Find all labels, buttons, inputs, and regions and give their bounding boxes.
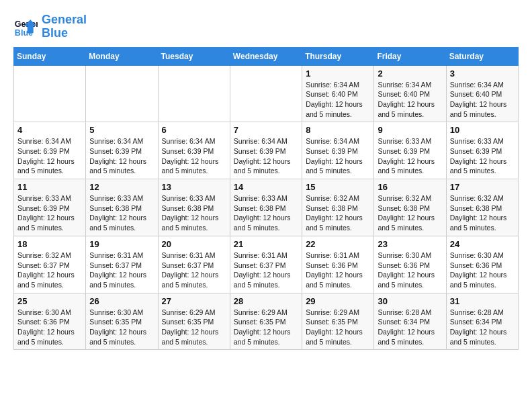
weekday-header-saturday: Saturday <box>446 47 518 65</box>
day-number: 18 <box>17 239 82 249</box>
day-detail: Sunrise: 6:32 AMSunset: 6:38 PMDaylight:… <box>378 193 442 233</box>
logo: General Blue GeneralBlue <box>13 13 87 40</box>
day-detail: Sunrise: 6:30 AMSunset: 6:36 PMDaylight:… <box>17 308 82 347</box>
calendar-cell: 27Sunrise: 6:29 AMSunset: 6:35 PMDayligh… <box>158 293 230 350</box>
day-detail: Sunrise: 6:34 AMSunset: 6:39 PMDaylight:… <box>234 136 298 176</box>
day-detail: Sunrise: 6:30 AMSunset: 6:35 PMDaylight:… <box>89 308 154 347</box>
calendar-cell: 28Sunrise: 6:29 AMSunset: 6:35 PMDayligh… <box>230 293 302 350</box>
day-detail: Sunrise: 6:29 AMSunset: 6:35 PMDaylight:… <box>234 308 298 347</box>
calendar-cell: 17Sunrise: 6:32 AMSunset: 6:38 PMDayligh… <box>446 179 518 236</box>
day-detail: Sunrise: 6:29 AMSunset: 6:35 PMDaylight:… <box>306 308 370 347</box>
day-detail: Sunrise: 6:28 AMSunset: 6:34 PMDaylight:… <box>450 308 515 347</box>
calendar-cell: 24Sunrise: 6:30 AMSunset: 6:36 PMDayligh… <box>446 236 518 293</box>
calendar-cell: 25Sunrise: 6:30 AMSunset: 6:36 PMDayligh… <box>14 293 86 350</box>
day-number: 16 <box>378 182 442 192</box>
calendar-cell <box>158 65 230 122</box>
day-number: 1 <box>306 68 370 79</box>
day-number: 10 <box>450 125 515 135</box>
day-detail: Sunrise: 6:34 AMSunset: 6:39 PMDaylight:… <box>89 136 154 176</box>
day-number: 14 <box>234 182 298 192</box>
day-number: 20 <box>162 239 226 249</box>
day-detail: Sunrise: 6:34 AMSunset: 6:39 PMDaylight:… <box>162 136 226 176</box>
calendar-cell: 13Sunrise: 6:33 AMSunset: 6:38 PMDayligh… <box>158 179 230 236</box>
day-detail: Sunrise: 6:34 AMSunset: 6:40 PMDaylight:… <box>378 80 442 120</box>
calendar-cell <box>86 65 158 122</box>
day-detail: Sunrise: 6:33 AMSunset: 6:39 PMDaylight:… <box>17 193 82 233</box>
calendar-cell: 14Sunrise: 6:33 AMSunset: 6:38 PMDayligh… <box>230 179 302 236</box>
day-detail: Sunrise: 6:29 AMSunset: 6:35 PMDaylight:… <box>162 308 226 347</box>
day-detail: Sunrise: 6:34 AMSunset: 6:39 PMDaylight:… <box>306 136 370 176</box>
day-number: 2 <box>378 68 442 79</box>
calendar-cell: 7Sunrise: 6:34 AMSunset: 6:39 PMDaylight… <box>230 122 302 179</box>
day-detail: Sunrise: 6:31 AMSunset: 6:37 PMDaylight:… <box>162 250 226 290</box>
logo-text: GeneralBlue <box>42 13 87 40</box>
calendar-cell: 10Sunrise: 6:33 AMSunset: 6:39 PMDayligh… <box>446 122 518 179</box>
calendar-cell: 19Sunrise: 6:31 AMSunset: 6:37 PMDayligh… <box>86 236 158 293</box>
day-number: 22 <box>306 239 370 249</box>
calendar-cell: 3Sunrise: 6:34 AMSunset: 6:40 PMDaylight… <box>446 65 518 122</box>
weekday-header-friday: Friday <box>374 47 446 65</box>
day-number: 4 <box>17 125 82 135</box>
weekday-header-thursday: Thursday <box>302 47 374 65</box>
day-number: 12 <box>89 182 154 192</box>
calendar-cell: 6Sunrise: 6:34 AMSunset: 6:39 PMDaylight… <box>158 122 230 179</box>
day-number: 29 <box>306 296 370 306</box>
day-detail: Sunrise: 6:28 AMSunset: 6:34 PMDaylight:… <box>378 308 442 347</box>
day-number: 6 <box>162 125 226 135</box>
day-number: 11 <box>17 182 82 192</box>
day-detail: Sunrise: 6:32 AMSunset: 6:37 PMDaylight:… <box>17 250 82 290</box>
day-number: 8 <box>306 125 370 135</box>
weekday-header-wednesday: Wednesday <box>230 47 302 65</box>
day-number: 5 <box>89 125 154 135</box>
day-detail: Sunrise: 6:34 AMSunset: 6:40 PMDaylight:… <box>306 80 370 120</box>
day-number: 9 <box>378 125 442 135</box>
weekday-header-monday: Monday <box>86 47 158 65</box>
calendar-cell: 11Sunrise: 6:33 AMSunset: 6:39 PMDayligh… <box>14 179 86 236</box>
day-number: 13 <box>162 182 226 192</box>
day-detail: Sunrise: 6:33 AMSunset: 6:38 PMDaylight:… <box>89 193 154 233</box>
calendar-cell <box>14 65 86 122</box>
calendar-cell: 31Sunrise: 6:28 AMSunset: 6:34 PMDayligh… <box>446 293 518 350</box>
calendar-cell: 15Sunrise: 6:32 AMSunset: 6:38 PMDayligh… <box>302 179 374 236</box>
day-number: 30 <box>378 296 442 306</box>
calendar-cell: 18Sunrise: 6:32 AMSunset: 6:37 PMDayligh… <box>14 236 86 293</box>
day-number: 15 <box>306 182 370 192</box>
weekday-header-tuesday: Tuesday <box>158 47 230 65</box>
calendar-cell: 26Sunrise: 6:30 AMSunset: 6:35 PMDayligh… <box>86 293 158 350</box>
day-number: 21 <box>234 239 298 249</box>
calendar-cell: 12Sunrise: 6:33 AMSunset: 6:38 PMDayligh… <box>86 179 158 236</box>
calendar-cell: 29Sunrise: 6:29 AMSunset: 6:35 PMDayligh… <box>302 293 374 350</box>
day-number: 24 <box>450 239 515 249</box>
day-detail: Sunrise: 6:30 AMSunset: 6:36 PMDaylight:… <box>378 250 442 290</box>
weekday-header-sunday: Sunday <box>14 47 86 65</box>
day-number: 28 <box>234 296 298 306</box>
day-number: 26 <box>89 296 154 306</box>
calendar-cell: 16Sunrise: 6:32 AMSunset: 6:38 PMDayligh… <box>374 179 446 236</box>
calendar-cell: 5Sunrise: 6:34 AMSunset: 6:39 PMDaylight… <box>86 122 158 179</box>
day-detail: Sunrise: 6:31 AMSunset: 6:37 PMDaylight:… <box>234 250 298 290</box>
calendar-cell: 9Sunrise: 6:33 AMSunset: 6:39 PMDaylight… <box>374 122 446 179</box>
page-header: General Blue GeneralBlue <box>13 13 519 40</box>
calendar-cell: 2Sunrise: 6:34 AMSunset: 6:40 PMDaylight… <box>374 65 446 122</box>
day-detail: Sunrise: 6:32 AMSunset: 6:38 PMDaylight:… <box>450 193 515 233</box>
logo-icon: General Blue <box>13 15 38 39</box>
calendar-cell: 20Sunrise: 6:31 AMSunset: 6:37 PMDayligh… <box>158 236 230 293</box>
calendar-cell: 30Sunrise: 6:28 AMSunset: 6:34 PMDayligh… <box>374 293 446 350</box>
calendar-cell: 23Sunrise: 6:30 AMSunset: 6:36 PMDayligh… <box>374 236 446 293</box>
day-detail: Sunrise: 6:33 AMSunset: 6:39 PMDaylight:… <box>378 136 442 176</box>
day-detail: Sunrise: 6:32 AMSunset: 6:38 PMDaylight:… <box>306 193 370 233</box>
day-detail: Sunrise: 6:33 AMSunset: 6:38 PMDaylight:… <box>162 193 226 233</box>
day-detail: Sunrise: 6:30 AMSunset: 6:36 PMDaylight:… <box>450 250 515 290</box>
day-number: 31 <box>450 296 515 306</box>
day-detail: Sunrise: 6:31 AMSunset: 6:36 PMDaylight:… <box>306 250 370 290</box>
day-number: 25 <box>17 296 82 306</box>
day-detail: Sunrise: 6:33 AMSunset: 6:38 PMDaylight:… <box>234 193 298 233</box>
day-number: 19 <box>89 239 154 249</box>
day-detail: Sunrise: 6:31 AMSunset: 6:37 PMDaylight:… <box>89 250 154 290</box>
calendar-table: SundayMondayTuesdayWednesdayThursdayFrid… <box>13 47 519 351</box>
day-detail: Sunrise: 6:34 AMSunset: 6:40 PMDaylight:… <box>450 80 515 120</box>
day-number: 3 <box>450 68 515 79</box>
calendar-cell: 4Sunrise: 6:34 AMSunset: 6:39 PMDaylight… <box>14 122 86 179</box>
day-detail: Sunrise: 6:33 AMSunset: 6:39 PMDaylight:… <box>450 136 515 176</box>
calendar-cell: 1Sunrise: 6:34 AMSunset: 6:40 PMDaylight… <box>302 65 374 122</box>
